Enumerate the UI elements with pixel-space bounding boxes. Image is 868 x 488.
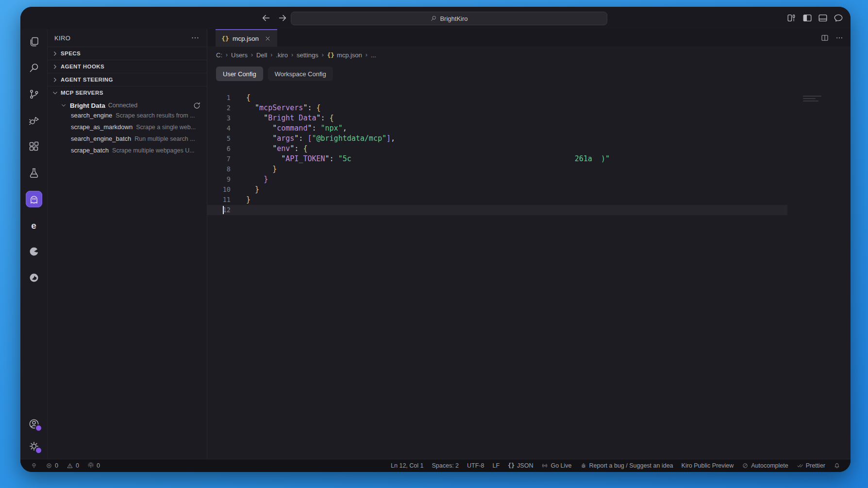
command-center-search[interactable]: BrightKiro [291,12,607,25]
code-token: " [246,134,277,143]
mcp-server-bright-data[interactable]: Bright DataConnected [48,99,207,112]
titlebar-sidebar-toggle-button[interactable] [802,13,813,23]
section-label: MCP SERVERS [61,90,103,96]
breadcrumb-separator: › [322,51,324,58]
search-text: BrightKiro [440,15,467,22]
activity-beaker-button[interactable] [28,167,40,179]
redacted-api-token [351,161,575,161]
status-item-json[interactable]: {}JSON [504,459,536,472]
status-item-lf[interactable]: LF [489,459,503,472]
ellipsis-icon[interactable] [835,34,844,42]
tool-name: scrape_as_markdown [71,123,133,131]
breadcrumb-item-c[interactable]: C: [216,51,222,59]
status-item-report-a-bug-suggest-an-idea[interactable]: Report a bug / Suggest an idea [577,459,677,472]
code-line-3[interactable]: 3 "Bright Data": { [207,113,787,123]
activity-pie-logo-button[interactable] [28,246,40,257]
line-number: 8 [207,164,231,174]
section-label: SPECS [61,50,81,56]
code-text: } [231,195,250,205]
section-label: AGENT STEERING [61,77,113,83]
workspace-config-button[interactable]: Workspace Config [268,67,333,81]
more-actions-icon[interactable] [190,33,200,43]
status-item-0[interactable]: 0 [84,459,103,472]
sidebar-section-mcp-servers[interactable]: MCP SERVERS [48,86,207,99]
code-token: ": [325,154,338,163]
code-line-6[interactable]: 6 "env": { [207,144,787,154]
code-line-1[interactable]: 1{ [207,93,787,103]
sidebar-section-specs[interactable]: SPECS [48,47,207,60]
activity-extensions-button[interactable] [28,141,40,152]
split-icon[interactable] [820,34,829,42]
status-item-spaces-2[interactable]: Spaces: 2 [428,459,462,472]
nav-forward-button[interactable] [277,13,288,23]
status-item-utf-8[interactable]: UTF-8 [464,459,487,472]
line-number: 5 [207,134,231,144]
activity-account-button[interactable] [28,418,40,430]
user-config-button[interactable]: User Config [216,67,263,81]
breadcrumb-item-[interactable]: ... [371,51,376,59]
titlebar-chat-button[interactable] [833,13,844,23]
activity-rabbit-logo-button[interactable] [28,272,40,284]
mcp-tool-search-engine[interactable]: search_engineScrape search results from … [48,112,207,123]
status-left: 000 [27,459,103,472]
status-item-go-live[interactable]: Go Live [538,459,575,472]
status-item-0[interactable]: 0 [63,459,83,472]
code-line-5[interactable]: 5 "args": ["@brightdata/mcp"], [207,134,787,144]
breadcrumb-item-mcp-json[interactable]: {}mcp.json [327,51,362,59]
code-line-7[interactable]: 7 "API_TOKEN": "5c261a )" [207,154,787,164]
broadcast-icon [87,462,94,469]
close-icon[interactable] [264,35,271,42]
code-token: { [246,93,250,102]
breadcrumb-item-settings[interactable]: settings [297,51,318,59]
server-status: Connected [108,102,137,109]
code-token: { [330,114,334,122]
line-number: 6 [207,144,231,154]
sidebar-section-agent-steering[interactable]: AGENT STEERING [48,73,207,86]
status-item-prettier[interactable]: Prettier [793,459,829,472]
main-area: e KIRO SPECSAGENT HOOKSAGENT STEERINGMCP… [20,29,851,459]
activity-kiro-ghost-button[interactable] [26,191,42,207]
code-token: ": [303,103,316,112]
status-item-ln-12-col-1[interactable]: Ln 12, Col 1 [387,459,427,472]
sidebar-section-agent-hooks[interactable]: AGENT HOOKS [48,60,207,73]
breadcrumb-item-users[interactable]: Users [231,51,248,59]
breadcrumb-label: settings [297,51,318,59]
activity-files-button[interactable] [28,36,40,48]
breadcrumb-item-dell[interactable]: Dell [256,51,267,59]
chat-icon [833,13,844,23]
code-line-8[interactable]: 8 } [207,164,787,174]
breadcrumb-label: ... [371,51,376,59]
titlebar-panel-toggle-button[interactable] [818,13,828,23]
activity-debug-button[interactable] [28,115,40,126]
mcp-tool-scrape-as-markdown[interactable]: scrape_as_markdownScrape a single web... [48,123,207,135]
activity-search-button[interactable] [28,62,40,74]
code-line-4[interactable]: 4 "command": "npx", [207,123,787,134]
breadcrumb-label: Users [231,51,248,59]
code-line-11[interactable]: 11} [207,195,787,205]
status-item-kiro-public-preview[interactable]: Kiro Public Preview [678,459,737,472]
refresh-icon[interactable] [193,101,201,110]
code-line-9[interactable]: 9 } [207,174,787,185]
activity-source-control-button[interactable] [28,88,40,100]
nav-back-button[interactable] [261,13,271,23]
code-text: "Bright Data": { [231,113,334,123]
status-label: JSON [517,462,533,469]
code-line-2[interactable]: 2 "mcpServers": { [207,103,787,113]
code-line-12[interactable]: 12 [207,205,787,215]
code-token: ": [290,144,303,153]
titlebar-layout-button[interactable] [786,13,797,23]
status-item-remote[interactable] [27,459,41,472]
status-item-bell[interactable] [830,459,844,472]
code-line-10[interactable]: 10 } [207,185,787,195]
status-item-autocomplete[interactable]: Autocomplete [738,459,791,472]
activity-gear-button[interactable] [28,440,40,452]
tab-mcp-json[interactable]: {} mcp.json [216,29,277,47]
mcp-tool-search-engine-batch[interactable]: search_engine_batchRun multiple search .… [48,135,207,147]
breadcrumb-item-kiro[interactable]: .kiro [276,51,288,59]
status-item-0[interactable]: 0 [42,459,62,472]
mcp-tool-scrape-batch[interactable]: scrape_batchScrape multiple webpages U..… [48,147,207,158]
code-editor[interactable]: 1{2 "mcpServers": {3 "Bright Data": {4 "… [207,92,851,459]
e-logo-icon: e [28,219,40,231]
tab-label: mcp.json [233,35,259,42]
activity-e-logo-button[interactable]: e [28,219,40,231]
